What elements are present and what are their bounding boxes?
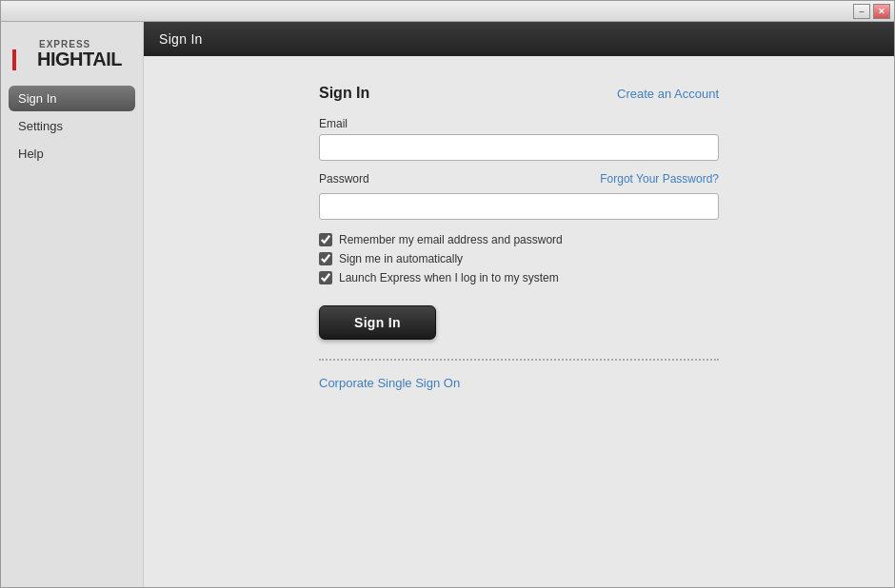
launch-checkbox[interactable] (319, 271, 332, 284)
content-header-title: Sign In (159, 31, 203, 47)
sidebar-item-sign-in[interactable]: Sign In (9, 86, 135, 111)
sidebar-item-help[interactable]: Help (9, 141, 135, 167)
divider (319, 359, 719, 361)
email-label: Email (319, 117, 719, 130)
content-area: Sign In Sign In Create an Account Email (144, 22, 894, 587)
password-label: Password (319, 172, 369, 186)
app-window: – ✕ EXPRESS HIGHTAIL Sign In Settin (0, 0, 895, 588)
logo-hightail-text: HIGHTAIL (37, 49, 122, 70)
svg-rect-0 (12, 49, 16, 70)
sidebar-item-settings[interactable]: Settings (9, 113, 135, 139)
app-body: EXPRESS HIGHTAIL Sign In Settings Help (1, 22, 894, 587)
autosign-checkbox-row[interactable]: Sign me in automatically (319, 252, 719, 265)
email-field-group: Email (319, 117, 719, 161)
window-controls: – ✕ (853, 4, 890, 19)
remember-checkbox[interactable] (319, 233, 332, 246)
form-title: Sign In (319, 85, 369, 102)
close-button[interactable]: ✕ (873, 4, 890, 19)
title-bar: – ✕ (1, 1, 894, 22)
password-field-row: Password Forgot Your Password? (319, 172, 719, 189)
checkboxes-group: Remember my email address and password S… (319, 233, 719, 284)
sso-link[interactable]: Corporate Single Sign On (319, 376, 460, 390)
email-input[interactable] (319, 134, 719, 161)
content-main: Sign In Create an Account Email Password… (144, 56, 894, 587)
password-field-group: Password Forgot Your Password? (319, 172, 719, 220)
form-header: Sign In Create an Account (319, 85, 719, 102)
launch-label: Launch Express when I log in to my syste… (339, 271, 559, 284)
create-account-link[interactable]: Create an Account (617, 87, 719, 101)
remember-label: Remember my email address and password (339, 233, 563, 246)
autosign-checkbox[interactable] (319, 252, 332, 265)
content-header: Sign In (144, 22, 894, 56)
remember-checkbox-row[interactable]: Remember my email address and password (319, 233, 719, 246)
logo-area: EXPRESS HIGHTAIL (9, 31, 135, 84)
minimize-button[interactable]: – (853, 4, 870, 19)
autosign-label: Sign me in automatically (339, 252, 463, 265)
signin-button[interactable]: Sign In (319, 305, 436, 340)
signin-container: Sign In Create an Account Email Password… (319, 85, 719, 391)
password-input[interactable] (319, 193, 719, 220)
sidebar: EXPRESS HIGHTAIL Sign In Settings Help (1, 22, 144, 587)
logo-hightail: HIGHTAIL (12, 49, 131, 70)
forgot-password-link[interactable]: Forgot Your Password? (600, 172, 719, 186)
hightail-logo-icon (12, 49, 33, 70)
launch-checkbox-row[interactable]: Launch Express when I log in to my syste… (319, 271, 719, 284)
